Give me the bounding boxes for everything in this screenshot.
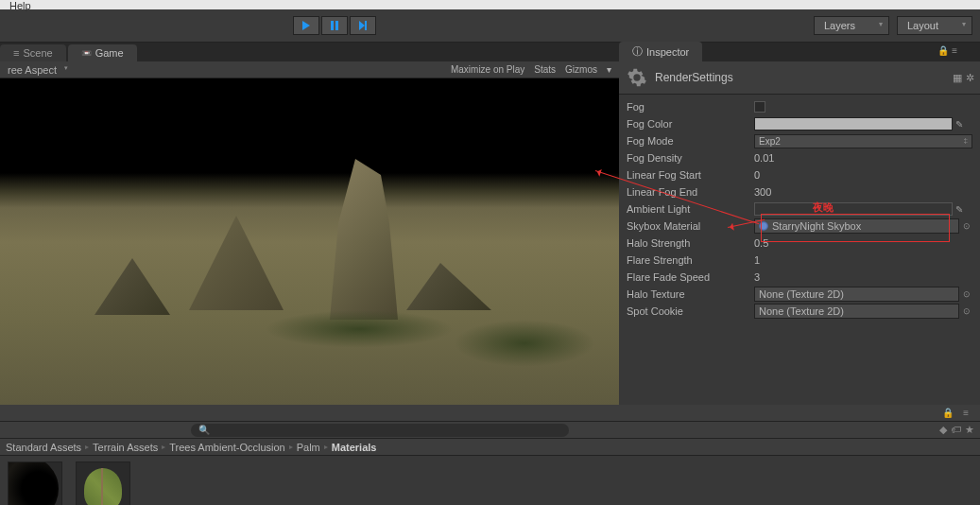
linear-fog-end-value[interactable]: 300	[754, 186, 972, 198]
terrain-render	[0, 173, 619, 405]
eyedropper-icon-2[interactable]: ✎	[953, 204, 966, 215]
play-controls	[293, 16, 376, 35]
star-icon[interactable]: ★	[965, 424, 974, 436]
layers-dropdown[interactable]: Layers	[814, 16, 889, 35]
fog-mode-dropdown[interactable]: Exp2	[754, 134, 972, 148]
tab-game[interactable]: 📼Game	[68, 44, 137, 61]
project-toolbar: 🔒 ≡	[0, 405, 980, 422]
fog-checkbox[interactable]	[754, 101, 765, 113]
game-toolbar: ree Aspect Maximize on Play Stats Gizmos…	[0, 61, 619, 78]
filter-icon[interactable]: ◆	[939, 424, 947, 436]
game-viewport	[0, 78, 619, 405]
game-icon: 📼	[81, 48, 92, 58]
asset-bark[interactable]: bark	[6, 461, 64, 505]
search-bar: 🔍 ◆ 🏷 ★	[0, 422, 980, 439]
fog-density-value[interactable]: 0.01	[754, 152, 972, 164]
search-icon: 🔍	[198, 425, 210, 435]
object-picker-icon[interactable]: ⊙	[961, 220, 972, 232]
inspector-title: RenderSettings	[655, 71, 733, 84]
svg-rect-1	[335, 21, 338, 30]
chevron-icon: ▸	[324, 443, 328, 451]
skybox-material-field[interactable]: StarryNight Skybox	[754, 218, 959, 234]
flare-fade-speed-label: Flare Fade Speed	[627, 271, 754, 283]
ambient-light-swatch[interactable]	[754, 202, 953, 216]
asset-palmbranch[interactable]: palmbranch	[74, 461, 132, 505]
view-tabs: ≡Scene 📼Game	[0, 43, 619, 61]
material-icon	[759, 221, 768, 231]
label-icon[interactable]: 🏷	[951, 424, 961, 436]
search-input[interactable]: 🔍	[191, 424, 569, 437]
maximize-toggle[interactable]: Maximize on Play	[447, 64, 528, 75]
linear-fog-start-value[interactable]: 0	[754, 169, 972, 181]
tab-scene[interactable]: ≡Scene	[0, 44, 66, 61]
left-panel: ≡Scene 📼Game ree Aspect Maximize on Play…	[0, 43, 619, 405]
halo-texture-field[interactable]: None (Texture 2D)	[754, 287, 959, 302]
main-toolbar: Layers Layout	[0, 9, 980, 43]
menu-bar: Help	[0, 0, 980, 9]
chevron-icon: ▸	[85, 443, 89, 451]
spot-cookie-label: Spot Cookie	[627, 305, 754, 317]
flare-fade-speed-value[interactable]: 3	[754, 271, 972, 283]
fog-density-label: Fog Density	[627, 152, 754, 164]
properties-list: Fog Fog Color ✎ Fog Mode Exp2 Fog Densit…	[619, 95, 980, 323]
lock-icon[interactable]: 🔒 ≡	[937, 45, 957, 56]
scene-icon: ≡	[13, 47, 19, 59]
asset-thumbnail	[76, 461, 130, 505]
inspector-tabs: ⓘ Inspector 🔒 ≡	[619, 43, 980, 61]
fog-mode-label: Fog Mode	[627, 135, 754, 147]
help-icon[interactable]: ▦	[953, 72, 962, 84]
linear-fog-end-label: Linear Fog End	[627, 186, 754, 198]
fog-color-swatch[interactable]	[754, 117, 953, 131]
eyedropper-icon[interactable]: ✎	[953, 119, 966, 130]
svg-rect-0	[331, 21, 334, 30]
object-picker-icon-2[interactable]: ⊙	[961, 288, 972, 300]
halo-texture-label: Halo Texture	[627, 288, 754, 300]
inspector-panel: ⓘ Inspector 🔒 ≡ RenderSettings ▦ ✲ Fog F…	[619, 43, 980, 405]
project-panel: 🔒 ≡ 🔍 ◆ 🏷 ★ Standard Assets ▸ Terrain As…	[0, 405, 980, 505]
gizmos-arrow-icon[interactable]: ▾	[603, 64, 615, 75]
aspect-dropdown[interactable]: ree Aspect	[4, 64, 70, 76]
halo-strength-label: Halo Strength	[627, 237, 754, 249]
linear-fog-start-label: Linear Fog Start	[627, 169, 754, 181]
layout-dropdown[interactable]: Layout	[897, 16, 972, 35]
object-picker-icon-3[interactable]: ⊙	[961, 305, 972, 317]
info-icon: ⓘ	[632, 44, 643, 59]
stats-toggle[interactable]: Stats	[530, 64, 559, 75]
inspector-header: RenderSettings ▦ ✲	[619, 61, 980, 95]
menu-icon[interactable]: ≡	[963, 408, 969, 418]
gizmos-toggle[interactable]: Gizmos	[561, 64, 601, 75]
pause-button[interactable]	[321, 16, 348, 35]
chevron-icon: ▸	[162, 443, 165, 451]
annotation-text: 夜晚	[813, 200, 834, 215]
gear-icon	[627, 67, 647, 88]
play-button[interactable]	[293, 16, 319, 35]
step-button[interactable]	[350, 16, 376, 35]
breadcrumb: Standard Assets ▸ Terrain Assets ▸ Trees…	[0, 439, 980, 456]
menu-help[interactable]: Help	[9, 0, 31, 9]
svg-rect-2	[365, 21, 367, 30]
asset-thumbnail	[8, 461, 62, 505]
spot-cookie-field[interactable]: None (Texture 2D)	[754, 304, 959, 319]
flare-strength-value[interactable]: 1	[754, 254, 972, 266]
breadcrumb-item[interactable]: Trees Ambient-Occlusion	[169, 442, 284, 453]
chevron-icon: ▸	[289, 443, 293, 451]
halo-strength-value[interactable]: 0.5	[754, 237, 972, 249]
settings-icon[interactable]: ✲	[966, 72, 974, 84]
breadcrumb-item[interactable]: Terrain Assets	[93, 442, 158, 453]
assets-grid: bark palmbranch	[0, 456, 980, 505]
flare-strength-label: Flare Strength	[627, 254, 754, 266]
fog-label: Fog	[627, 101, 754, 113]
tab-inspector[interactable]: ⓘ Inspector	[619, 42, 702, 61]
breadcrumb-item[interactable]: Standard Assets	[6, 442, 81, 453]
breadcrumb-current[interactable]: Materials	[332, 442, 377, 453]
fog-color-label: Fog Color	[627, 118, 754, 130]
breadcrumb-item[interactable]: Palm	[297, 442, 320, 453]
toolbar-right: Layers Layout	[814, 16, 980, 35]
ambient-light-label: Ambient Light	[627, 203, 754, 215]
lock-icon-2[interactable]: 🔒	[942, 408, 954, 418]
